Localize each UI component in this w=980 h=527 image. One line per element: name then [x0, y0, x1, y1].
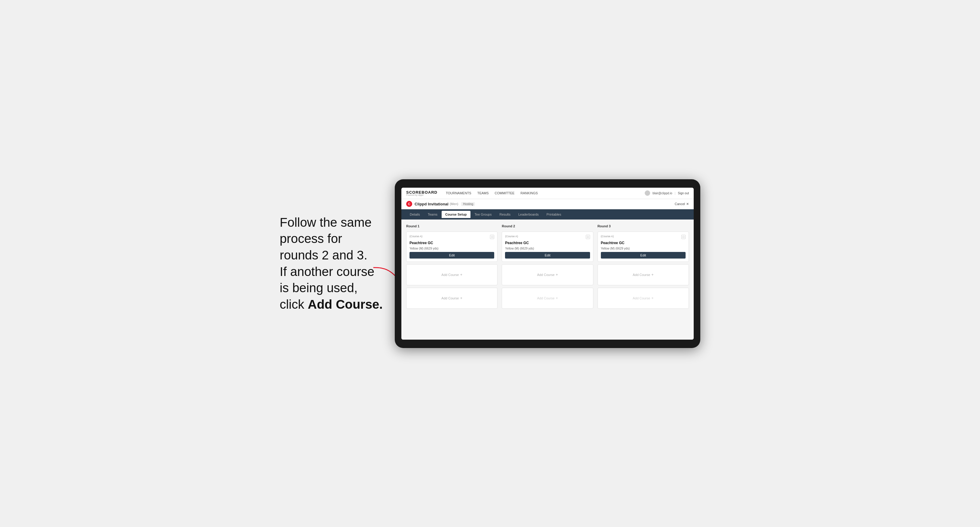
round-1-add-course-1-text: Add Course + [441, 272, 462, 277]
round-2-course-tag: (Course A) [505, 235, 518, 238]
round-3-add-plus-2: + [651, 296, 654, 300]
instruction-line1: Follow the same [280, 215, 372, 229]
tab-details[interactable]: Details [406, 211, 423, 218]
round-1-add-course-1[interactable]: Add Course + [406, 264, 498, 285]
round-1-column: Round 1 (Course A) □ Peachtree GC Yellow… [406, 224, 498, 309]
top-nav: SCOREBOARD Powered by clippd TOURNAMENTS… [401, 188, 694, 199]
tablet-screen: SCOREBOARD Powered by clippd TOURNAMENTS… [401, 188, 694, 340]
round-3-add-course-1-text: Add Course + [633, 272, 654, 277]
instruction-line5: is being used, [280, 281, 358, 295]
tab-leaderboards[interactable]: Leaderboards [515, 211, 542, 218]
rounds-grid: Round 1 (Course A) □ Peachtree GC Yellow… [406, 224, 689, 309]
round-3-edit-button[interactable]: Edit [601, 252, 686, 259]
main-content: Round 1 (Course A) □ Peachtree GC Yellow… [401, 219, 694, 340]
round-1-course-details: Yellow (M) (6629 yds) [409, 247, 494, 250]
nav-rankings[interactable]: RANKINGS [521, 190, 538, 196]
round-3-add-course-2-text: Add Course + [633, 296, 654, 300]
round-2-column: Round 2 (Course A) □ Peachtree GC Yellow… [502, 224, 593, 309]
round-3-course-details: Yellow (M) (6629 yds) [601, 247, 686, 250]
instruction-line3: rounds 2 and 3. [280, 248, 368, 262]
round-3-course-name: Peachtree GC [601, 241, 686, 245]
round-2-label: Round 2 [502, 224, 593, 228]
round-1-course-card: (Course A) □ Peachtree GC Yellow (M) (66… [406, 232, 498, 262]
nav-divider: | [675, 192, 676, 195]
tab-tee-groups[interactable]: Tee Groups [471, 211, 495, 218]
tab-teams[interactable]: Teams [424, 211, 441, 218]
tab-course-setup[interactable]: Course Setup [442, 211, 471, 218]
round-2-course-card: (Course A) □ Peachtree GC Yellow (M) (66… [502, 232, 593, 262]
tab-printables[interactable]: Printables [543, 211, 565, 218]
nav-teams[interactable]: TEAMS [477, 190, 489, 196]
instruction-line2: process for [280, 232, 342, 246]
round-3-course-tag: (Course A) [601, 235, 614, 238]
round-1-add-course-2[interactable]: Add Course + [406, 288, 498, 309]
sign-out-link[interactable]: Sign out [678, 192, 689, 195]
round-3-card-header: (Course A) □ [601, 235, 686, 239]
round-1-edit-button[interactable]: Edit [409, 252, 494, 259]
round-2-add-course-2-text: Add Course + [537, 296, 558, 300]
round-2-edit-button[interactable]: Edit [505, 252, 590, 259]
tablet-frame: SCOREBOARD Powered by clippd TOURNAMENTS… [395, 179, 700, 348]
nav-links: TOURNAMENTS TEAMS COMMITTEE RANKINGS [446, 190, 645, 196]
round-3-add-course-1[interactable]: Add Course + [598, 264, 689, 285]
round-1-add-plus-2: + [460, 296, 462, 300]
instruction-line4: If another course [280, 265, 374, 279]
nav-committee[interactable]: COMMITTEE [495, 190, 515, 196]
tournament-gender: (Men) [450, 202, 458, 206]
round-2-add-plus-1: + [556, 272, 558, 277]
round-1-delete-button[interactable]: □ [490, 235, 494, 239]
round-2-delete-button[interactable]: □ [586, 235, 590, 239]
sub-header: C Clippd Invitational (Men) Hosting Canc… [401, 199, 694, 209]
hosting-badge: Hosting [461, 202, 475, 206]
tab-results[interactable]: Results [496, 211, 514, 218]
round-1-add-plus-1: + [460, 272, 462, 277]
user-avatar [645, 190, 650, 196]
round-3-add-plus-1: + [651, 272, 654, 277]
tabs-bar: Details Teams Course Setup Tee Groups Re… [401, 209, 694, 219]
round-3-course-card: (Course A) □ Peachtree GC Yellow (M) (66… [598, 232, 689, 262]
round-3-label: Round 3 [598, 224, 689, 228]
nav-right: blair@clippd.io | Sign out [645, 190, 689, 196]
round-2-add-course-1-text: Add Course + [537, 272, 558, 277]
round-1-course-name: Peachtree GC [409, 241, 494, 245]
instructions-block: Follow the same process for rounds 2 and… [280, 214, 383, 313]
nav-tournaments[interactable]: TOURNAMENTS [446, 190, 471, 196]
instruction-line6-bold: Add Course. [308, 297, 383, 311]
round-2-course-name: Peachtree GC [505, 241, 590, 245]
scoreboard-logo: SCOREBOARD Powered by clippd [406, 190, 438, 196]
round-3-column: Round 3 (Course A) □ Peachtree GC Yellow… [598, 224, 689, 309]
round-2-add-course-2: Add Course + [502, 288, 593, 309]
round-2-card-header: (Course A) □ [505, 235, 590, 239]
user-email: blair@clippd.io [652, 192, 672, 195]
round-3-add-course-2: Add Course + [598, 288, 689, 309]
round-2-add-plus-2: + [556, 296, 558, 300]
clippd-logo: C [406, 201, 412, 207]
tournament-name: Clippd Invitational [415, 202, 449, 206]
cancel-button[interactable]: Cancel ✕ [675, 202, 689, 206]
round-1-label: Round 1 [406, 224, 498, 228]
instruction-line6-pre: click [280, 297, 308, 311]
round-2-add-course-1[interactable]: Add Course + [502, 264, 593, 285]
round-1-course-tag: (Course A) [409, 235, 422, 238]
round-3-delete-button[interactable]: □ [681, 235, 686, 239]
round-1-add-course-2-text: Add Course + [441, 296, 462, 300]
round-2-course-details: Yellow (M) (6629 yds) [505, 247, 590, 250]
round-1-card-header: (Course A) □ [409, 235, 494, 239]
